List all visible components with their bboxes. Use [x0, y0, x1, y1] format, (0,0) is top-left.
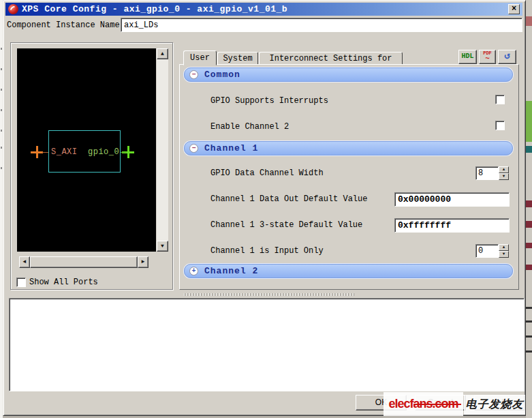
- screenshot-root: XPS Core Config - axi_gpio_0 - axi_gpio_…: [0, 0, 532, 418]
- collapse-section-icon[interactable]: −: [189, 144, 198, 153]
- view-hdl-button[interactable]: HDL: [458, 50, 477, 64]
- scroll-right-icon[interactable]: ►: [138, 256, 148, 268]
- ch1-input-only-spinner[interactable]: 0 ▲ ▼: [475, 244, 509, 258]
- tab-user[interactable]: User: [183, 50, 217, 65]
- section-title: Common: [204, 70, 240, 80]
- section-title: Channel 2: [204, 266, 258, 276]
- enable-channel2-checkbox[interactable]: [495, 121, 505, 130]
- pdf-datasheet-icon[interactable]: PDF ~: [479, 50, 496, 64]
- instance-name-label: Component Instance Name: [7, 20, 120, 30]
- right-port-stub: [121, 152, 127, 153]
- ch1-input-only-value[interactable]: 0: [475, 244, 499, 258]
- scroll-left-icon[interactable]: ◄: [19, 256, 30, 268]
- gpio-width-spinner[interactable]: 8 ▲ ▼: [475, 166, 509, 180]
- diagram-panel: S_AXI gpio_0 ▲ ▼ ◄ ► Show All Ports: [10, 42, 173, 290]
- section-title: Channel 1: [204, 143, 258, 153]
- ch1-tristate-input[interactable]: [394, 218, 510, 233]
- scroll-up-icon[interactable]: ▲: [157, 48, 168, 59]
- ch1-dout-input[interactable]: [394, 192, 510, 207]
- instance-name-input[interactable]: [121, 18, 522, 32]
- section-header-channel2[interactable]: + Channel 2: [184, 264, 513, 278]
- section-header-channel1[interactable]: − Channel 1: [184, 141, 513, 155]
- gpio-interrupts-checkbox[interactable]: [495, 95, 505, 104]
- show-all-ports-checkbox[interactable]: [16, 278, 26, 287]
- user-tab-content: − Common GPIO Supports Interrupts Enable…: [179, 64, 519, 290]
- elecfans-logo-strike: [413, 404, 461, 405]
- close-icon[interactable]: ×: [508, 4, 520, 14]
- show-all-ports-label: Show All Ports: [29, 278, 98, 287]
- pdf-icon-swoosh: ~: [485, 55, 490, 63]
- gpio-width-label: GPIO Data Channel Width: [210, 168, 324, 178]
- expand-section-icon[interactable]: +: [189, 267, 198, 275]
- splitter-handle[interactable]: [184, 293, 354, 296]
- spin-down-icon[interactable]: ▼: [499, 251, 509, 258]
- block-diagram-canvas[interactable]: S_AXI gpio_0: [17, 48, 156, 252]
- xps-app-icon: [8, 4, 18, 14]
- title-bar[interactable]: XPS Core Config - axi_gpio_0 - axi_gpio_…: [5, 3, 522, 16]
- scroll-down-icon[interactable]: ▼: [157, 241, 168, 252]
- section-header-common[interactable]: − Common: [184, 68, 513, 82]
- elecfans-cn-logo: 电子发烧友: [466, 398, 524, 412]
- tab-interconnect-busif[interactable]: Interconnect Settings for BUSIF: [259, 52, 403, 65]
- diagram-vertical-scrollbar[interactable]: ▲ ▼: [157, 48, 168, 252]
- expand-left-ports-icon[interactable]: [31, 146, 43, 158]
- horizontal-scroll-thumb[interactable]: [30, 256, 138, 268]
- gpio-width-value[interactable]: 8: [475, 166, 499, 180]
- left-port-stub: [42, 152, 48, 153]
- message-area[interactable]: [9, 298, 525, 391]
- tab-system[interactable]: System: [217, 52, 258, 65]
- core-config-dialog: XPS Core Config - axi_gpio_0 - axi_gpio_…: [3, 0, 526, 416]
- refresh-datasheet-icon[interactable]: ↺: [498, 50, 516, 64]
- window-title: XPS Core Config - axi_gpio_0 - axi_gpio_…: [22, 4, 287, 14]
- bus-port-label: S_AXI: [51, 147, 78, 157]
- elecfans-cn-watermark: 电子发烧友: [464, 395, 525, 415]
- spin-down-icon[interactable]: ▼: [499, 173, 509, 180]
- enable-channel2-label: Enable Channel 2: [210, 122, 289, 132]
- elecfans-watermark: elecfans.com: [384, 392, 463, 416]
- ch1-dout-label: Channel 1 Data Out Default Value: [210, 194, 367, 204]
- gpio-interrupts-label: GPIO Supports Interrupts: [210, 96, 328, 106]
- core-name-label: gpio_0: [88, 147, 119, 157]
- background-right-sliver: [526, 0, 532, 418]
- diagram-horizontal-scrollbar[interactable]: ◄ ►: [19, 256, 148, 268]
- ch1-tristate-label: Channel 1 3-state Default Value: [210, 220, 362, 230]
- spin-up-icon[interactable]: ▲: [499, 166, 509, 173]
- spin-up-icon[interactable]: ▲: [499, 244, 509, 251]
- ch1-input-only-label: Channel 1 is Input Only: [210, 246, 324, 256]
- collapse-section-icon[interactable]: −: [189, 70, 198, 79]
